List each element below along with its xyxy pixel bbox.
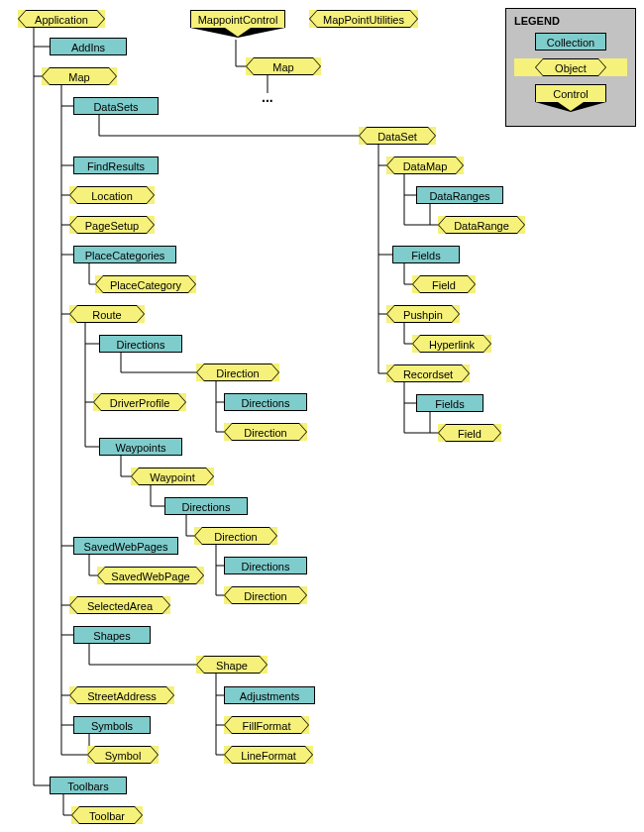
symbol: Symbol (87, 746, 159, 764)
addins: AddIns (50, 38, 127, 55)
fields-1: Fields (392, 246, 460, 263)
driverprofile: DriverProfile (93, 393, 186, 411)
lineformat: LineFormat (224, 746, 313, 764)
findresults: FindResults (73, 156, 159, 174)
adjustments: Adjustments (224, 686, 315, 704)
legend-title: LEGEND (514, 15, 627, 27)
legend: LEGEND Collection Object Control (505, 8, 636, 127)
map-top: Map (246, 57, 321, 75)
legend-control: Control (535, 84, 606, 112)
application: Application (18, 10, 105, 28)
map: Map (42, 67, 117, 85)
mappoint-control: MappointControl (190, 10, 285, 38)
location: Location (69, 186, 155, 204)
placecategory: PlaceCategory (95, 275, 196, 293)
symbols: Symbols (73, 716, 151, 734)
shapes: Shapes (73, 626, 151, 644)
savedwebpage: SavedWebPage (97, 567, 204, 584)
fillformat: FillFormat (224, 716, 309, 734)
legend-object: Object (514, 58, 627, 76)
direction-1: Direction (196, 364, 279, 381)
direction-2b: Direction (224, 586, 307, 604)
datarange: DataRange (438, 216, 525, 234)
shape: Shape (196, 656, 268, 674)
savedwebpages: SavedWebPages (73, 537, 178, 555)
directions-2b: Directions (224, 557, 307, 574)
directions-2: Directions (164, 497, 248, 515)
legend-collection: Collection (535, 33, 606, 51)
hyperlink: Hyperlink (412, 335, 491, 353)
dataranges: DataRanges (416, 186, 503, 204)
field-1: Field (412, 275, 476, 293)
recordset: Recordset (386, 364, 470, 382)
streetaddress: StreetAddress (69, 686, 174, 704)
waypoint: Waypoint (131, 468, 214, 485)
direction-2: Direction (194, 527, 277, 545)
datamap: DataMap (386, 156, 464, 174)
pagesetup: PageSetup (69, 216, 155, 234)
waypoints: Waypoints (99, 438, 182, 456)
placecategories: PlaceCategories (73, 246, 176, 263)
fields-2: Fields (416, 394, 483, 412)
mappoint-utilities: MapPointUtilities (309, 10, 418, 28)
route: Route (69, 305, 145, 323)
directions-1b: Directions (224, 393, 307, 411)
direction-1b: Direction (224, 423, 307, 441)
datasets: DataSets (73, 97, 159, 115)
dots: ... (262, 89, 273, 105)
field-2: Field (438, 424, 501, 442)
directions-1: Directions (99, 335, 182, 353)
selectedarea: SelectedArea (69, 596, 170, 614)
pushpin: Pushpin (386, 305, 460, 323)
toolbar: Toolbar (71, 806, 143, 824)
dataset: DataSet (359, 127, 436, 145)
toolbars: Toolbars (50, 777, 127, 794)
